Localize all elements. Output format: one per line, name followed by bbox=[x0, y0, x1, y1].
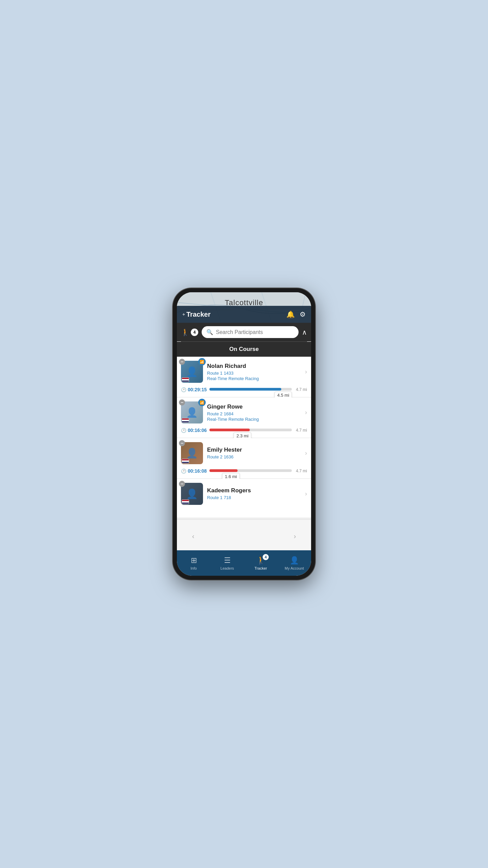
nav-item-leaders[interactable]: ☰ Leaders bbox=[210, 550, 244, 576]
progress-emily: 1.6 mi bbox=[209, 469, 292, 473]
nav-label-myaccount: My Account bbox=[285, 566, 304, 570]
card-route-kadeem: Route 1 718 bbox=[207, 495, 302, 500]
search-input[interactable] bbox=[216, 329, 294, 335]
nav-label-tracker: Tracker bbox=[255, 566, 267, 570]
chevron-right-icon: › bbox=[302, 450, 307, 457]
card-bottom-ginger: 🕐 00:16:06 2.3 mi 4.7 mi bbox=[177, 426, 311, 438]
bottom-nav: ⊞ Info ☰ Leaders 🚶 4 Tracker 👤 My Accoun… bbox=[177, 550, 311, 576]
prev-page-button[interactable]: ‹ bbox=[187, 530, 199, 542]
tracker-badge: 4 bbox=[263, 554, 269, 560]
minus-badge-emily: − bbox=[179, 440, 185, 446]
avatar-wrap-emily: − 👤 bbox=[181, 442, 203, 464]
time-value-nolan: 00:29:15 bbox=[188, 387, 207, 392]
card-top-kadeem: − 👤 Kadeem Rogers Route 1 718 › bbox=[177, 479, 311, 508]
search-area: 🚶 4 🔍 ∧ bbox=[177, 323, 311, 341]
card-name-nolan: Nolan Richard bbox=[207, 363, 302, 370]
walker-badge: 🚶 4 bbox=[181, 328, 198, 336]
nav-label-leaders: Leaders bbox=[221, 566, 234, 570]
chevron-right-icon: › bbox=[302, 368, 307, 375]
nav-item-myaccount[interactable]: 👤 My Account bbox=[278, 550, 311, 576]
signal-ginger: 📶 bbox=[198, 399, 206, 406]
progress-fill-emily bbox=[209, 469, 238, 472]
time-value-emily: 00:16:08 bbox=[188, 468, 207, 474]
section-header: On Course bbox=[177, 342, 311, 357]
collapse-button[interactable]: ∧ bbox=[302, 328, 307, 336]
table-row[interactable]: − 👤 Emily Hester Route 2 1636 › 🕐 bbox=[177, 438, 311, 479]
card-top-ginger: − 👤 📶 Ginger Rowe Route 2 1684 Real-Time… bbox=[177, 397, 311, 426]
table-row[interactable]: − 👤 📶 Ginger Rowe Route 2 1684 Real-Time… bbox=[177, 397, 311, 438]
card-event-ginger: Real-Time Remote Racing bbox=[207, 417, 302, 422]
flag-ginger bbox=[182, 418, 189, 423]
total-distance-ginger: 4.7 mi bbox=[296, 428, 307, 433]
card-name-emily: Emily Hester bbox=[207, 447, 302, 453]
avatar-wrap-ginger: − 👤 📶 bbox=[181, 401, 203, 423]
search-box[interactable]: 🔍 bbox=[202, 326, 299, 338]
progress-fill-nolan bbox=[209, 388, 281, 391]
card-bottom-nolan: 🕐 00:29:15 4.5 mi 4.7 mi bbox=[177, 386, 311, 397]
chevron-right-icon: › bbox=[302, 409, 307, 416]
nav-item-tracker[interactable]: 🚶 4 Tracker bbox=[244, 550, 278, 576]
clock-icon: 🕐 bbox=[181, 469, 186, 474]
card-route-emily: Route 2 1636 bbox=[207, 454, 302, 459]
card-top-nolan: − 👤 📶 Nolan Richard Route 1 1433 Real-Ti… bbox=[177, 357, 311, 386]
total-distance-nolan: 4.7 mi bbox=[296, 387, 307, 392]
search-icon: 🔍 bbox=[206, 329, 213, 335]
progress-bg-ginger bbox=[209, 429, 292, 431]
notification-icon[interactable]: 🔔 bbox=[286, 310, 295, 318]
progress-nolan: 4.5 mi bbox=[209, 388, 292, 391]
card-name-ginger: Ginger Rowe bbox=[207, 403, 302, 410]
flag-emily bbox=[182, 459, 189, 463]
leaders-icon: ☰ bbox=[224, 556, 231, 565]
minus-badge-nolan: − bbox=[179, 359, 185, 365]
signal-nolan: 📶 bbox=[198, 358, 206, 366]
nav-label-info: Info bbox=[190, 566, 197, 570]
map-header: Talcottville ✈ Tracker 🔔 ⚙ bbox=[177, 292, 311, 323]
total-distance-emily: 4.7 mi bbox=[296, 469, 307, 473]
table-row[interactable]: − 👤 📶 Nolan Richard Route 1 1433 Real-Ti… bbox=[177, 357, 311, 397]
chevron-right-icon: › bbox=[302, 490, 307, 497]
table-row[interactable]: − 👤 Kadeem Rogers Route 1 718 › bbox=[177, 479, 311, 518]
nav-item-info[interactable]: ⊞ Info bbox=[177, 550, 210, 576]
card-name-kadeem: Kadeem Rogers bbox=[207, 487, 302, 494]
card-bottom-kadeem bbox=[177, 508, 311, 518]
minus-badge-kadeem: − bbox=[179, 481, 185, 487]
pagination-area: ‹ › bbox=[177, 519, 311, 550]
card-info-ginger: Ginger Rowe Route 2 1684 Real-Time Remot… bbox=[207, 403, 302, 422]
clock-icon: 🕐 bbox=[181, 428, 186, 433]
participant-count: 4 bbox=[191, 329, 198, 336]
avatar-wrap-nolan: − 👤 📶 bbox=[181, 361, 203, 383]
flag-kadeem bbox=[182, 499, 189, 504]
info-icon: ⊞ bbox=[191, 556, 197, 565]
myaccount-icon: 👤 bbox=[290, 556, 299, 565]
flag-nolan bbox=[182, 377, 189, 382]
next-page-button[interactable]: › bbox=[289, 530, 301, 542]
minus-badge-ginger: − bbox=[179, 399, 185, 406]
top-bar: ✈ Tracker 🔔 ⚙ bbox=[177, 306, 311, 323]
main-content: On Course − 👤 📶 Nolan Richard Route 1 14 bbox=[177, 342, 311, 550]
avatar-wrap-kadeem: − 👤 bbox=[181, 483, 203, 505]
card-bottom-emily: 🕐 00:16:08 1.6 mi 4.7 mi bbox=[177, 467, 311, 478]
app-title: Tracker bbox=[186, 311, 286, 318]
progress-bg-emily bbox=[209, 469, 292, 472]
card-info-kadeem: Kadeem Rogers Route 1 718 bbox=[207, 487, 302, 500]
card-top-emily: − 👤 Emily Hester Route 2 1636 › bbox=[177, 438, 311, 467]
clock-icon: 🕐 bbox=[181, 387, 186, 392]
tracker-wrap: 🚶 4 bbox=[256, 556, 265, 565]
settings-icon[interactable]: ⚙ bbox=[300, 310, 306, 318]
card-time-ginger: 🕐 00:16:06 bbox=[181, 428, 207, 433]
top-bar-icons: 🔔 ⚙ bbox=[286, 310, 306, 318]
card-route-ginger: Route 2 1684 bbox=[207, 411, 302, 416]
time-value-ginger: 00:16:06 bbox=[188, 428, 207, 433]
progress-ginger: 2.3 mi bbox=[209, 429, 292, 432]
phone-device: Talcottville ✈ Tracker 🔔 ⚙ 🚶 4 🔍 ∧ bbox=[173, 288, 315, 580]
app-logo: ✈ bbox=[182, 313, 185, 316]
card-event-nolan: Real-Time Remote Racing bbox=[207, 376, 302, 381]
card-info-emily: Emily Hester Route 2 1636 bbox=[207, 447, 302, 460]
walker-icon: 🚶 bbox=[181, 328, 189, 336]
progress-bg-nolan bbox=[209, 388, 292, 391]
card-time-emily: 🕐 00:16:08 bbox=[181, 468, 207, 474]
progress-fill-ginger bbox=[209, 429, 250, 431]
phone-screen: Talcottville ✈ Tracker 🔔 ⚙ 🚶 4 🔍 ∧ bbox=[177, 292, 311, 576]
card-route-nolan: Route 1 1433 bbox=[207, 371, 302, 376]
card-time-nolan: 🕐 00:29:15 bbox=[181, 387, 207, 392]
